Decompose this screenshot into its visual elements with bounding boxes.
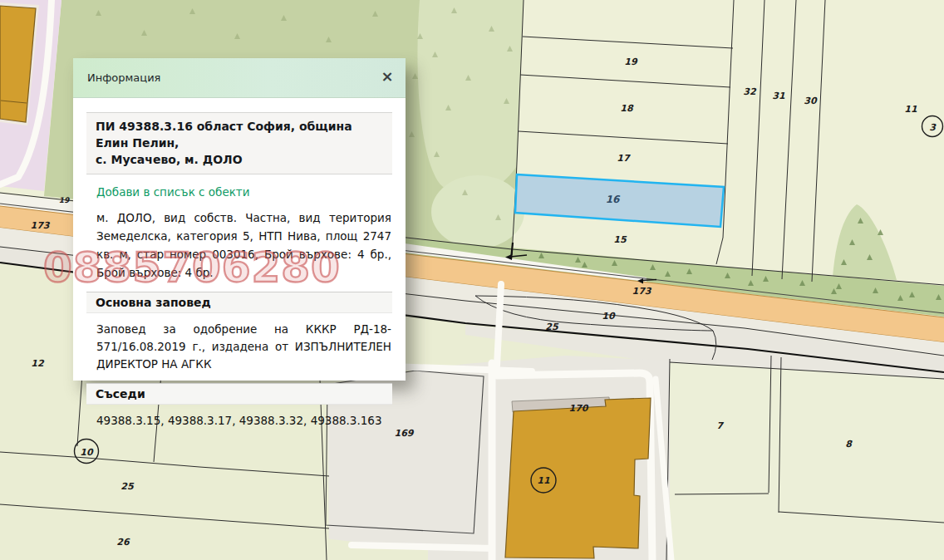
info-panel-title: Информация xyxy=(87,71,160,84)
parcels-7-8-area xyxy=(666,362,944,560)
parcel-label: 30 xyxy=(804,96,818,106)
parcel-label: 170 xyxy=(569,403,589,414)
road-label: 10 xyxy=(602,311,616,322)
forest-light-mound xyxy=(431,175,524,248)
road-label: 25 xyxy=(545,322,559,332)
parcel-label: 19 xyxy=(624,56,638,67)
parcel-title-line2: с. Мусачево, м. ДОЛО xyxy=(96,151,383,168)
close-icon[interactable]: × xyxy=(378,67,396,86)
parcel-label: 31 xyxy=(772,91,785,101)
parcel-label: 25 xyxy=(120,481,135,492)
circled-parcel-label: 3 xyxy=(929,122,937,133)
circled-parcel-label: 10 xyxy=(80,447,94,458)
selected-parcel-label: 16 xyxy=(606,194,621,205)
cadastre-map-app: 19 18 17 16 15 32 31 30 11 3 19 173 173 … xyxy=(0,0,944,560)
parcel-label: 11 xyxy=(904,104,917,115)
parcel-label: 15 xyxy=(613,234,627,245)
circled-parcel-label: 11 xyxy=(537,475,550,486)
parcel-label: 12 xyxy=(31,358,45,369)
parcel-title-line1: ПИ 49388.3.16 област София, община Елин … xyxy=(96,118,383,151)
parcel-label: 17 xyxy=(617,153,631,164)
info-panel: Информация × ПИ 49388.3.16 област София,… xyxy=(73,58,406,381)
parcel-description: м. ДОЛО, вид собств. Частна, вид територ… xyxy=(96,209,391,282)
info-panel-body: ПИ 49388.3.16 област София, община Елин … xyxy=(73,98,406,430)
order-section-text: Заповед за одобрение на КККР РД-18-571/1… xyxy=(96,321,391,373)
road-number-label: 173 xyxy=(31,220,51,231)
add-to-object-list-link[interactable]: Добави в списък с обекти xyxy=(96,185,250,199)
building-11[interactable] xyxy=(505,398,651,558)
order-section-heading: Основна заповед xyxy=(86,292,392,313)
forest-light-patch xyxy=(417,0,524,197)
info-panel-header: Информация × xyxy=(73,58,406,98)
neighbors-section-heading: Съседи xyxy=(86,383,392,405)
neighbors-list: 49388.3.15, 49388.3.17, 49388.3.32, 4938… xyxy=(96,412,391,430)
parcel-label: 26 xyxy=(116,537,130,548)
road-number-label: 173 xyxy=(632,286,652,297)
parcel-label: 7 xyxy=(716,420,724,431)
parcel-label: 18 xyxy=(620,103,634,114)
parcel-label: 32 xyxy=(743,86,757,97)
road-label: 19 xyxy=(59,196,70,204)
parcel-label: 8 xyxy=(845,439,853,449)
parcel-title: ПИ 49388.3.16 област София, община Елин … xyxy=(86,112,392,174)
